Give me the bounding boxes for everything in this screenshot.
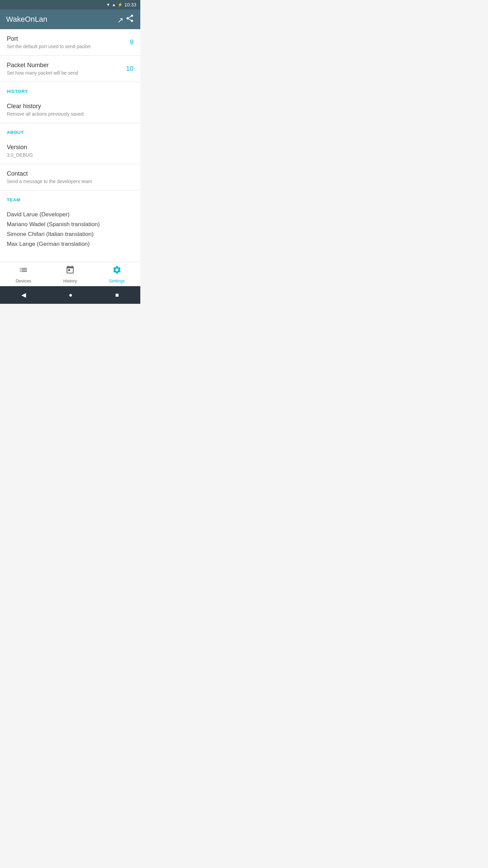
home-button[interactable]: ● (69, 292, 73, 299)
settings-icon (112, 265, 122, 277)
back-button[interactable]: ◀ (21, 291, 26, 299)
devices-icon (19, 265, 28, 277)
settings-label: Settings (109, 278, 125, 283)
app-bar: WakeOnLan ↗ (0, 9, 140, 29)
contact-setting-text: Contact Send a message to the developers… (7, 170, 134, 184)
clear-history-title: Clear history (7, 103, 134, 110)
team-list: David Larue (Developer)Mariano Wadel (Sp… (0, 205, 140, 256)
packet-number-setting-text: Packet Number Set how many packet will b… (7, 62, 121, 76)
about-section-header: ABOUT (0, 123, 140, 138)
battery-icon: ⚡ (118, 2, 123, 7)
recent-button[interactable]: ■ (115, 292, 119, 299)
port-setting-text: Port Set the default port used to send p… (7, 35, 124, 49)
history-icon (65, 265, 75, 277)
version-setting: Version 3.0_DEBUG (0, 138, 140, 164)
status-bar: ▼ ▲ ⚡ 10:33 (0, 0, 140, 9)
bottom-nav: Devices History Settings (0, 262, 140, 286)
packet-number-title: Packet Number (7, 62, 121, 69)
port-title: Port (7, 35, 124, 42)
team-member: David Larue (Developer) (7, 210, 134, 220)
signal-icon: ▲ (112, 2, 116, 7)
version-title: Version (7, 144, 134, 151)
clear-history-text: Clear history Remove all actions previou… (7, 103, 134, 117)
nav-item-settings[interactable]: Settings (94, 262, 140, 286)
contact-subtitle: Send a message to the developers team (7, 179, 134, 184)
wifi-icon: ▼ (106, 2, 110, 7)
nav-item-history[interactable]: History (47, 262, 94, 286)
system-nav: ◀ ● ■ (0, 286, 140, 304)
content-area: Port Set the default port used to send p… (0, 29, 140, 262)
team-member: Max Lange (German translation) (7, 239, 134, 249)
version-setting-text: Version 3.0_DEBUG (7, 144, 134, 158)
contact-title: Contact (7, 170, 134, 177)
packet-number-value: 10 (126, 65, 134, 73)
devices-label: Devices (16, 278, 31, 283)
app-title: WakeOnLan (6, 15, 47, 24)
version-value: 3.0_DEBUG (7, 152, 134, 158)
port-setting[interactable]: Port Set the default port used to send p… (0, 29, 140, 56)
clear-history-subtitle: Remove all actions previously saved (7, 111, 134, 117)
history-section-header: HISTORY (0, 82, 140, 97)
packet-number-subtitle: Set how many packet will be send (7, 70, 121, 76)
contact-setting[interactable]: Contact Send a message to the developers… (0, 164, 140, 191)
share-icon[interactable]: ↗ (117, 14, 134, 25)
team-member: Mariano Wadel (Spanish translation) (7, 220, 134, 230)
status-icons: ▼ ▲ ⚡ 10:33 (106, 2, 136, 7)
history-label: History (63, 278, 77, 283)
nav-item-devices[interactable]: Devices (0, 262, 47, 286)
port-value: 9 (130, 38, 134, 46)
team-section-header: TEAM (0, 191, 140, 205)
port-subtitle: Set the default port used to send packet (7, 44, 124, 49)
clear-history-setting[interactable]: Clear history Remove all actions previou… (0, 97, 140, 123)
team-member: Simone Chifari (Italian translation) (7, 230, 134, 239)
packet-number-setting[interactable]: Packet Number Set how many packet will b… (0, 56, 140, 82)
status-time: 10:33 (124, 2, 136, 7)
